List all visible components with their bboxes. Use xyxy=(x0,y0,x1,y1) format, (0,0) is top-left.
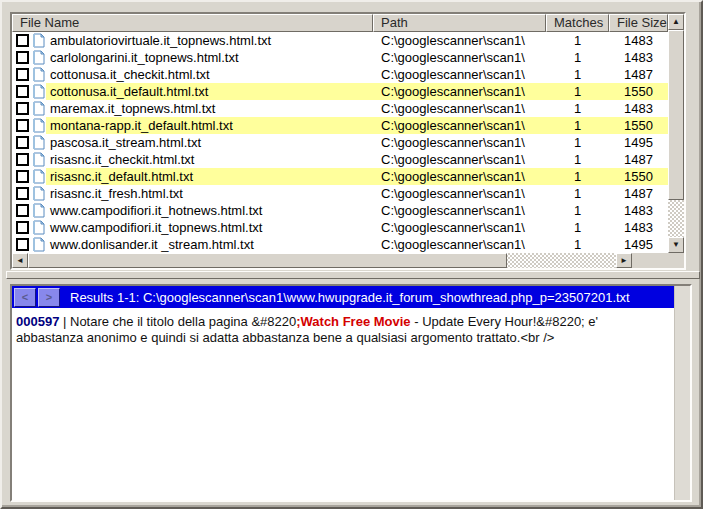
path-cell: C:\googlescanner\scan1\ xyxy=(381,49,525,66)
matches-cell: 1 xyxy=(546,32,609,49)
file-row[interactable]: ambulatoriovirtuale.it_topnews.html.txt … xyxy=(12,32,668,49)
horizontal-scrollbar[interactable]: ◄ ► xyxy=(12,253,632,268)
file-size-cell: 1483 xyxy=(609,202,668,219)
file-list: File Name Path Matches File Size ambulat… xyxy=(10,12,686,270)
file-row[interactable]: pascosa.it_stream.html.txt C:\googlescan… xyxy=(12,134,668,151)
document-icon xyxy=(33,203,45,218)
vertical-scrollbar-thumb[interactable] xyxy=(668,30,684,200)
path-cell: C:\googlescanner\scan1\ xyxy=(381,168,525,185)
document-icon xyxy=(33,84,45,99)
file-list-header: File Name Path Matches File Size xyxy=(12,14,668,32)
column-header-matches[interactable]: Matches xyxy=(546,14,609,32)
file-name-cell: ambulatoriovirtuale.it_topnews.html.txt xyxy=(50,32,271,49)
file-checkbox[interactable] xyxy=(16,85,29,98)
file-row[interactable]: risasnc.it_default.html.txt C:\googlesca… xyxy=(12,168,668,185)
file-size-cell: 1483 xyxy=(609,219,668,236)
file-checkbox[interactable] xyxy=(16,34,29,47)
document-icon xyxy=(33,186,45,201)
file-checkbox[interactable] xyxy=(16,221,29,234)
scrollbar-corner xyxy=(632,253,684,268)
file-checkbox[interactable] xyxy=(16,187,29,200)
document-icon xyxy=(33,135,45,150)
file-checkbox[interactable] xyxy=(16,119,29,132)
file-size-cell: 1483 xyxy=(609,32,668,49)
path-cell: C:\googlescanner\scan1\ xyxy=(381,83,525,100)
matches-cell: 1 xyxy=(546,49,609,66)
scanner-window: File Name Path Matches File Size ambulat… xyxy=(0,0,703,509)
matches-cell: 1 xyxy=(546,117,609,134)
path-cell: C:\googlescanner\scan1\ xyxy=(381,219,525,236)
previous-result-button[interactable]: < xyxy=(14,288,36,307)
file-size-cell: 1550 xyxy=(609,83,668,100)
horizontal-scrollbar-thumb[interactable] xyxy=(28,253,507,268)
results-panel: < > Results 1-1: C:\googlescanner\scan1\… xyxy=(10,284,692,502)
file-checkbox[interactable] xyxy=(16,51,29,64)
file-row[interactable]: risasnc.it_checkit.html.txt C:\googlesca… xyxy=(12,151,668,168)
matches-cell: 1 xyxy=(546,185,609,202)
scroll-right-button[interactable]: ► xyxy=(616,253,632,268)
column-header-path[interactable]: Path xyxy=(373,14,546,32)
file-name-cell: www.campodifiori.it_topnews.html.txt xyxy=(50,219,262,236)
matches-cell: 1 xyxy=(546,236,609,253)
file-row[interactable]: www.donlisander.it _stream.html.txt C:\g… xyxy=(12,236,668,253)
file-name-cell: carlolongarini.it_topnews.html.txt xyxy=(50,49,239,66)
scroll-down-button[interactable]: ▼ xyxy=(668,237,684,253)
file-name-cell: risasnc.it_checkit.html.txt xyxy=(50,151,195,168)
file-name-cell: risasnc.it_default.html.txt xyxy=(50,168,193,185)
file-size-cell: 1487 xyxy=(609,151,668,168)
file-name-cell: www.donlisander.it _stream.html.txt xyxy=(50,236,254,253)
matches-cell: 1 xyxy=(546,219,609,236)
file-row[interactable]: www.campodifiori.it_hotnews.html.txt C:\… xyxy=(12,202,668,219)
file-row[interactable]: montana-rapp.it_default.html.txt C:\goog… xyxy=(12,117,668,134)
file-row[interactable]: cottonusa.it_default.html.txt C:\googles… xyxy=(12,83,668,100)
document-icon xyxy=(33,118,45,133)
path-cell: C:\googlescanner\scan1\ xyxy=(381,202,525,219)
results-title: Results 1-1: C:\googlescanner\scan1\www.… xyxy=(70,290,630,305)
file-size-cell: 1483 xyxy=(609,49,668,66)
scroll-up-button[interactable]: ▲ xyxy=(668,14,684,30)
file-checkbox[interactable] xyxy=(16,136,29,149)
file-row[interactable]: cottonusa.it_checkit.html.txt C:\googles… xyxy=(12,66,668,83)
matches-cell: 1 xyxy=(546,66,609,83)
document-icon xyxy=(33,50,45,65)
matches-cell: 1 xyxy=(546,100,609,117)
pane-splitter[interactable] xyxy=(6,271,700,279)
path-cell: C:\googlescanner\scan1\ xyxy=(381,185,525,202)
file-name-cell: risasnc.it_fresh.html.txt xyxy=(50,185,183,202)
file-size-cell: 1550 xyxy=(609,168,668,185)
file-name-cell: cottonusa.it_checkit.html.txt xyxy=(50,66,210,83)
matches-cell: 1 xyxy=(546,202,609,219)
document-icon xyxy=(33,33,45,48)
file-size-cell: 1487 xyxy=(609,185,668,202)
document-icon xyxy=(33,67,45,82)
document-icon xyxy=(33,152,45,167)
file-name-cell: maremax.it_topnews.html.txt xyxy=(50,100,215,117)
file-size-cell: 1495 xyxy=(609,236,668,253)
file-checkbox[interactable] xyxy=(16,204,29,217)
file-row[interactable]: maremax.it_topnews.html.txt C:\googlesca… xyxy=(12,100,668,117)
file-size-cell: 1550 xyxy=(609,117,668,134)
matches-cell: 1 xyxy=(546,134,609,151)
result-text-segment: | Notare che il titolo della pagina &#82… xyxy=(59,314,296,329)
file-checkbox[interactable] xyxy=(16,170,29,183)
file-checkbox[interactable] xyxy=(16,153,29,166)
file-row[interactable]: risasnc.it_fresh.html.txt C:\googlescann… xyxy=(12,185,668,202)
path-cell: C:\googlescanner\scan1\ xyxy=(381,66,525,83)
path-cell: C:\googlescanner\scan1\ xyxy=(381,32,525,49)
vertical-scrollbar[interactable]: ▲ ▼ xyxy=(668,14,684,253)
file-row[interactable]: www.campodifiori.it_topnews.html.txt C:\… xyxy=(12,219,668,236)
document-icon xyxy=(33,169,45,184)
scroll-left-button[interactable]: ◄ xyxy=(12,253,28,268)
file-row[interactable]: carlolongarini.it_topnews.html.txt C:\go… xyxy=(12,49,668,66)
column-header-file-size[interactable]: File Size xyxy=(609,14,668,32)
file-checkbox[interactable] xyxy=(16,102,29,115)
path-cell: C:\googlescanner\scan1\ xyxy=(381,117,525,134)
next-result-button[interactable]: > xyxy=(38,288,60,307)
results-body: 000597 | Notare che il titolo della pagi… xyxy=(12,308,674,352)
matched-term: ;Watch Free Movie xyxy=(296,314,410,329)
file-checkbox[interactable] xyxy=(16,68,29,81)
result-text: 000597 | Notare che il titolo della pagi… xyxy=(16,314,668,346)
path-cell: C:\googlescanner\scan1\ xyxy=(381,151,525,168)
file-checkbox[interactable] xyxy=(16,238,29,251)
column-header-file-name[interactable]: File Name xyxy=(12,14,373,32)
